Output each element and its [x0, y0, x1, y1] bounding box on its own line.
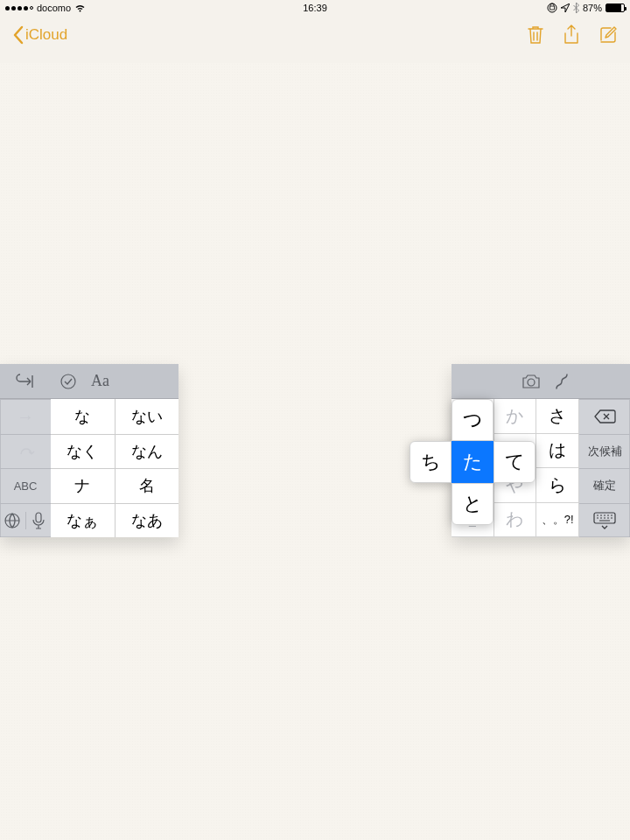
battery-percent-label: 87% — [583, 3, 602, 13]
kana-key[interactable]: な — [494, 434, 537, 469]
candidate[interactable]: ない — [115, 399, 179, 434]
kana-key[interactable]: か — [494, 399, 537, 434]
undo-key[interactable] — [0, 364, 51, 399]
keyboard-dismiss-icon — [593, 512, 616, 529]
toolbar-spacer — [579, 364, 630, 399]
text-format-button[interactable]: Aa — [91, 372, 109, 390]
redo-key[interactable] — [0, 434, 51, 469]
svg-rect-2 — [36, 513, 41, 522]
backspace-key[interactable] — [579, 399, 630, 434]
signal-strength-icon — [5, 6, 33, 10]
arrow-right-key[interactable]: → — [0, 399, 51, 434]
svg-point-4 — [528, 379, 535, 386]
kana-key[interactable]: ら — [536, 468, 579, 503]
trash-button[interactable] — [527, 24, 544, 46]
kana-key[interactable]: た — [452, 434, 494, 469]
nav-bar: iCloud — [0, 16, 630, 54]
candidate[interactable]: なぁ — [51, 503, 115, 538]
kana-key[interactable]: ^_^ — [452, 503, 494, 538]
chevron-left-icon — [12, 25, 24, 45]
kana-key[interactable]: は — [536, 434, 579, 469]
kana-key[interactable]: わ — [494, 503, 537, 538]
candidate[interactable]: ナ — [51, 468, 115, 503]
abc-label: ABC — [14, 480, 38, 493]
kana-key-grid: あ か さ た な は ま や ら ^_^ わ 、。?! — [452, 399, 579, 537]
back-label: iCloud — [25, 26, 67, 44]
right-toolbar — [452, 364, 579, 399]
kana-key[interactable]: や — [494, 468, 537, 503]
abc-key[interactable]: ABC — [0, 468, 51, 503]
backspace-icon — [593, 409, 616, 424]
candidate[interactable]: なん — [115, 434, 179, 469]
carrier-label: docomo — [37, 3, 71, 13]
undo-icon — [15, 374, 36, 389]
candidate[interactable]: 名 — [115, 468, 179, 503]
share-button[interactable] — [564, 24, 579, 46]
clock-label: 16:39 — [303, 3, 327, 13]
dismiss-keyboard-key[interactable] — [579, 503, 630, 538]
redo-icon — [16, 445, 35, 458]
candidate[interactable]: な — [51, 399, 115, 434]
candidate[interactable]: なあ — [115, 503, 179, 538]
kana-key[interactable]: 、。?! — [536, 503, 579, 538]
arrow-right-label: → — [17, 407, 34, 427]
next-candidate-label: 次候補 — [588, 444, 622, 459]
kana-key[interactable]: さ — [536, 399, 579, 434]
camera-icon — [522, 374, 541, 389]
back-button[interactable]: iCloud — [12, 25, 67, 45]
orientation-lock-icon — [547, 3, 557, 13]
globe-key[interactable] — [0, 512, 25, 529]
status-bar: docomo 16:39 87% — [0, 0, 630, 16]
battery-icon — [606, 4, 625, 12]
draw-button[interactable] — [555, 373, 570, 390]
compose-button[interactable] — [598, 25, 618, 45]
camera-button[interactable] — [522, 374, 541, 389]
svg-point-3 — [61, 374, 75, 388]
wifi-icon — [74, 4, 86, 12]
location-icon — [561, 4, 570, 12]
svg-point-0 — [548, 4, 556, 12]
keyboard-left-panel: → ABC Aa なない なくなん ナ名 なぁなあ — [0, 364, 178, 537]
keyboard-right-panel: あ か さ た な は ま や ら ^_^ わ 、。?! 次候補 確定 — [452, 364, 630, 537]
candidate-toolbar: Aa — [51, 364, 178, 399]
kana-key[interactable]: ま — [452, 468, 494, 503]
bluetooth-icon — [573, 3, 579, 13]
accept-candidate-icon[interactable] — [60, 373, 77, 390]
candidate[interactable]: なく — [51, 434, 115, 469]
globe-icon — [4, 512, 21, 529]
mic-key[interactable] — [25, 512, 52, 529]
mic-icon — [32, 512, 45, 529]
kana-key[interactable]: あ — [452, 399, 494, 434]
next-candidate-key[interactable]: 次候補 — [579, 434, 630, 469]
squiggle-icon — [555, 373, 570, 390]
confirm-label: 確定 — [593, 478, 616, 494]
confirm-key[interactable]: 確定 — [579, 468, 630, 503]
